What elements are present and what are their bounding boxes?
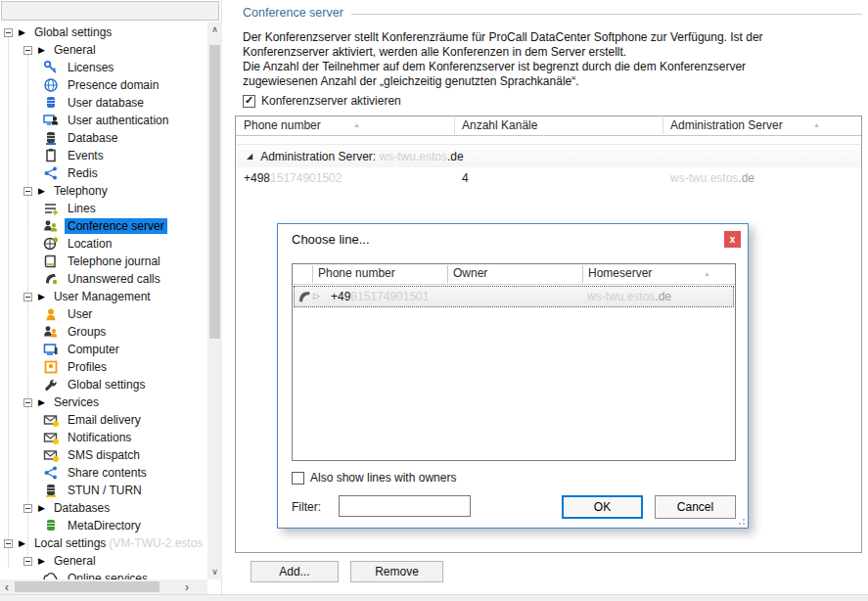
column-divider[interactable] xyxy=(582,265,583,283)
tree-item-label: MetaDirectory xyxy=(65,518,144,533)
scroll-down-icon[interactable]: ∨ xyxy=(207,564,222,579)
scroll-right-icon[interactable]: › xyxy=(180,579,194,594)
close-icon[interactable]: x xyxy=(724,231,741,248)
tree-search-input[interactable] xyxy=(1,1,219,21)
scroll-up-icon[interactable]: ∧ xyxy=(207,22,222,37)
enable-conference-checkbox-row[interactable]: Konferenzserver aktivieren xyxy=(243,94,401,108)
tree-item-label: Telephone journal xyxy=(65,254,163,269)
column-header-phone-number[interactable]: Phone number xyxy=(318,266,395,280)
tree-item-databases[interactable]: ▶Databases xyxy=(0,499,207,517)
phone-number-rest: 815174901501 xyxy=(350,290,429,303)
tree-item-presence-domain[interactable]: Presence domain xyxy=(0,76,207,94)
tree-item-redis[interactable]: Redis xyxy=(0,164,207,182)
tree-item-user-database[interactable]: User database xyxy=(0,94,207,112)
description-line: Die Anzahl der Teilnehmer auf dem Konfer… xyxy=(243,60,854,74)
tree-collapse-icon[interactable] xyxy=(23,187,32,196)
cancel-button[interactable]: Cancel xyxy=(655,495,736,519)
tree-item-share-contents[interactable]: Share contents xyxy=(0,464,207,482)
tree-item-stun-turn[interactable]: STUN / TURN xyxy=(0,482,207,499)
settings-tree: ▶Global settings▶GeneralLicensesPresence… xyxy=(0,23,207,579)
table-row[interactable]: +49815174901502 4 ws-twu.estos.de xyxy=(236,169,861,189)
show-owners-checkbox-row[interactable]: Also show lines with owners xyxy=(292,471,456,485)
tree-item-metadirectory[interactable]: MetaDirectory xyxy=(0,517,207,534)
tree-item-events[interactable]: Events xyxy=(0,147,207,164)
tree-item-user[interactable]: User xyxy=(0,305,207,323)
tree-item-profiles[interactable]: Profiles xyxy=(0,358,207,376)
show-owners-checkbox[interactable] xyxy=(292,472,304,485)
tree-item-sms-dispatch[interactable]: SMS dispatch xyxy=(0,446,207,464)
tree-vertical-scrollbar[interactable]: ∧ ∨ xyxy=(207,22,222,579)
table-group-row[interactable]: ◢ Administration Server: ws-twu.estos.de xyxy=(237,144,860,167)
tree-item-user-management[interactable]: ▶User Management xyxy=(0,288,207,305)
tree-item-user-authentication[interactable]: User authentication xyxy=(0,112,207,129)
tree-item-online-services[interactable]: Online services xyxy=(0,570,207,579)
row-expander-icon[interactable]: ▷ xyxy=(313,291,320,300)
filter-input[interactable] xyxy=(339,495,471,517)
tree-item-computer[interactable]: Computer xyxy=(0,341,207,358)
tree-collapse-icon[interactable] xyxy=(23,557,32,566)
user-orange-icon xyxy=(43,306,59,322)
tree-arrow-icon: ▶ xyxy=(19,28,25,37)
tree-item-global-settings[interactable]: ▶Global settings xyxy=(0,23,207,41)
tree-collapse-icon[interactable] xyxy=(23,504,32,513)
column-header-homeserver[interactable]: Homeserver xyxy=(588,266,652,280)
window-bottom-strip xyxy=(0,594,868,601)
tree-item-email-delivery[interactable]: Email delivery xyxy=(0,411,207,429)
column-divider[interactable] xyxy=(662,117,663,134)
tree-item-local-settings[interactable]: ▶Local settings (VM-TWU-2.estos xyxy=(0,534,207,552)
tree-item-telephony[interactable]: ▶Telephony xyxy=(0,182,207,200)
scroll-left-icon[interactable]: ‹ xyxy=(0,579,14,594)
lines-picker-table: Phone number Owner Homeserver ▲ ▷ +49815… xyxy=(292,263,736,461)
tree-item-label: Database xyxy=(65,130,120,146)
tree-item-notifications[interactable]: Notifications xyxy=(0,429,207,446)
tree-collapse-icon[interactable] xyxy=(4,28,13,37)
tree-arrow-icon: ▶ xyxy=(38,504,45,513)
tree-item-groups[interactable]: Groups xyxy=(0,323,207,341)
column-header-phone-number[interactable]: Phone number xyxy=(244,118,321,132)
enable-conference-label: Konferenzserver aktivieren xyxy=(261,94,401,108)
tree-item-general[interactable]: ▶General xyxy=(0,552,207,570)
tree-item-licenses[interactable]: Licenses xyxy=(0,59,207,76)
ok-button[interactable]: OK xyxy=(562,495,643,519)
scrollbar-thumb[interactable] xyxy=(209,45,220,339)
dialog-titlebar[interactable]: Choose line... xyxy=(278,224,748,254)
remove-button[interactable]: Remove xyxy=(350,561,443,582)
server-value-faded: ws-twu.estos xyxy=(670,171,738,185)
tree-collapse-icon[interactable] xyxy=(23,46,32,55)
picture-icon xyxy=(43,359,59,375)
column-divider[interactable] xyxy=(447,265,448,283)
tree-item-location[interactable]: Location xyxy=(0,235,207,253)
tree-item-general[interactable]: ▶General xyxy=(0,41,207,59)
table-row-selected[interactable]: ▷ +49815174901501 ws-twu.estos.de xyxy=(294,286,734,307)
dialog-title: Choose line... xyxy=(292,232,370,247)
column-header-channels[interactable]: Anzahl Kanäle xyxy=(462,118,537,132)
sort-asc-icon: ▲ xyxy=(353,121,360,128)
computer-icon xyxy=(43,342,59,357)
column-divider[interactable] xyxy=(312,265,313,283)
column-header-owner[interactable]: Owner xyxy=(453,266,487,280)
homeserver-value-suffix: .de xyxy=(655,290,671,303)
tree-item-services[interactable]: ▶Services xyxy=(0,393,207,411)
tree-item-unanswered-calls[interactable]: Unanswered calls xyxy=(0,270,207,288)
tree-item-database[interactable]: Database xyxy=(0,129,207,147)
add-button[interactable]: Add... xyxy=(251,561,339,582)
tree-horizontal-scrollbar[interactable]: ‹ › xyxy=(0,579,207,594)
tree-item-label: Online services xyxy=(65,571,151,579)
tree-item-telephone-journal[interactable]: Telephone journal xyxy=(0,253,207,270)
scrollbar-thumb[interactable] xyxy=(15,581,160,592)
share-icon xyxy=(43,465,59,481)
column-divider[interactable] xyxy=(454,117,455,134)
globe-pin-icon xyxy=(43,236,59,252)
tree-item-lines[interactable]: Lines xyxy=(0,200,207,217)
tree-collapse-icon[interactable] xyxy=(23,293,32,301)
column-header-admin-server[interactable]: Administration Server xyxy=(670,118,783,132)
enable-conference-checkbox[interactable] xyxy=(243,95,255,108)
settings-tree-pane: ▶Global settings▶GeneralLicensesPresence… xyxy=(0,0,222,594)
group-expanded-icon[interactable]: ◢ xyxy=(247,152,252,161)
tree-item-global-settings[interactable]: Global settings xyxy=(0,376,207,393)
tree-collapse-icon[interactable] xyxy=(23,398,32,407)
tree-item-conference-server[interactable]: Conference server xyxy=(0,217,207,235)
wrench-icon xyxy=(43,377,59,393)
tree-collapse-icon[interactable] xyxy=(4,539,13,548)
resize-grip[interactable] xyxy=(736,516,745,525)
